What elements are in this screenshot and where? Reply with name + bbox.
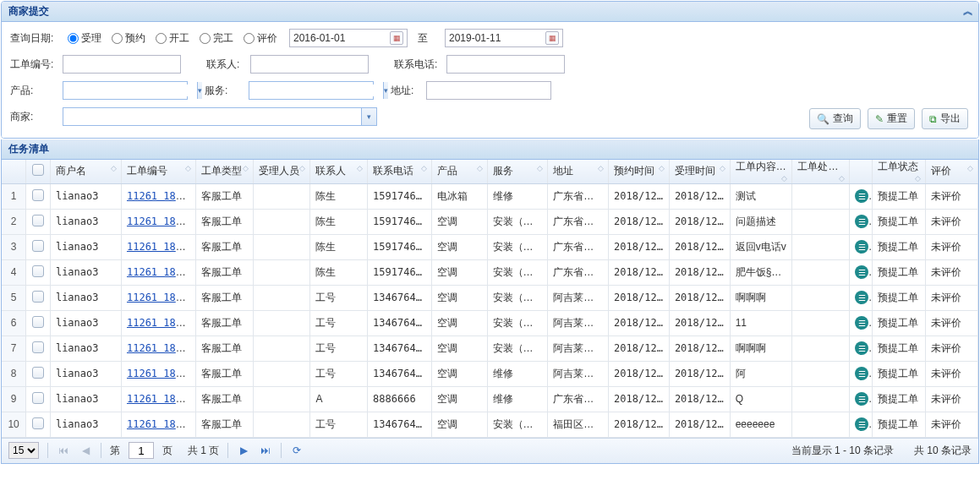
col-header[interactable]: 联系人◇ bbox=[310, 160, 368, 183]
select-all-checkbox[interactable] bbox=[32, 164, 44, 176]
first-page-icon[interactable]: ⏮ bbox=[57, 445, 70, 456]
sort-icon[interactable]: ◇ bbox=[537, 164, 540, 172]
order-link[interactable]: 11261 1812… bbox=[127, 215, 194, 227]
order-link[interactable]: 11261 1812… bbox=[127, 317, 194, 329]
col-header[interactable] bbox=[26, 160, 51, 183]
radio-预约[interactable]: 预约 bbox=[112, 31, 145, 46]
table-row[interactable]: 3lianao311261 1812…客服工单陈生1591746…空调安装（…广… bbox=[2, 234, 978, 259]
row-checkbox[interactable] bbox=[32, 392, 44, 404]
page-number-input[interactable] bbox=[129, 442, 154, 459]
sort-icon[interactable]: ◇ bbox=[299, 164, 303, 172]
view-icon[interactable]: ☰ bbox=[855, 367, 868, 380]
order-link[interactable]: 11261 1812… bbox=[127, 368, 194, 379]
last-page-icon[interactable]: ⏭ bbox=[259, 445, 272, 456]
phone-input[interactable] bbox=[446, 55, 565, 74]
view-icon[interactable]: ☰ bbox=[855, 341, 868, 355]
sort-icon[interactable]: ◇ bbox=[357, 164, 360, 172]
order-link[interactable]: 11261 1812… bbox=[127, 418, 194, 430]
table-row[interactable]: 6lianao311261 1812…客服工单工号1346764…空调安装（…阿… bbox=[2, 310, 978, 335]
radio-input[interactable] bbox=[200, 33, 211, 44]
merchant-combo-input[interactable] bbox=[63, 111, 361, 123]
radio-input[interactable] bbox=[68, 33, 79, 44]
calendar-icon[interactable]: ▦ bbox=[545, 31, 559, 45]
order-no-input[interactable] bbox=[63, 55, 181, 74]
view-icon[interactable]: ☰ bbox=[855, 215, 868, 228]
table-row[interactable]: 8lianao311261 1812…客服工单工号1346764…空调维修阿吉莱… bbox=[2, 361, 978, 386]
table-row[interactable]: 2lianao311261 1812…客服工单陈生1591746…空调安装（…广… bbox=[2, 209, 978, 234]
prev-page-icon[interactable]: ◀ bbox=[79, 445, 92, 456]
radio-input[interactable] bbox=[156, 33, 167, 44]
order-link[interactable]: 11261 1812… bbox=[127, 190, 194, 202]
product-combo[interactable]: ▾ bbox=[63, 81, 188, 100]
sort-icon[interactable]: ◇ bbox=[111, 164, 114, 172]
refresh-icon[interactable]: ⟳ bbox=[290, 445, 304, 456]
sort-icon[interactable]: ◇ bbox=[598, 164, 601, 172]
table-row[interactable]: 4lianao311261 1812…客服工单陈生1591746…空调安装（…广… bbox=[2, 259, 978, 285]
col-header[interactable]: 商户名◇ bbox=[50, 160, 121, 183]
sort-icon[interactable]: ◇ bbox=[421, 164, 424, 172]
row-checkbox[interactable] bbox=[32, 316, 44, 328]
sort-icon[interactable]: ◇ bbox=[720, 164, 723, 172]
calendar-icon[interactable]: ▦ bbox=[390, 31, 403, 45]
col-header[interactable]: 工单编号◇ bbox=[121, 160, 195, 183]
radio-完工[interactable]: 完工 bbox=[200, 31, 233, 46]
chevron-down-icon[interactable]: ▾ bbox=[361, 108, 376, 125]
sort-icon[interactable]: ◇ bbox=[915, 174, 918, 183]
sort-icon[interactable]: ◇ bbox=[967, 164, 971, 172]
col-header[interactable]: 联系电话◇ bbox=[368, 160, 432, 183]
radio-input[interactable] bbox=[244, 33, 255, 44]
table-row[interactable]: 5lianao311261 1812…客服工单工号1346764…空调安装（…阿… bbox=[2, 285, 978, 310]
radio-input[interactable] bbox=[112, 33, 123, 44]
collapse-icon[interactable]: ︽ bbox=[963, 4, 972, 19]
order-link[interactable]: 11261 1812… bbox=[127, 266, 194, 278]
service-combo[interactable]: ▾ bbox=[249, 81, 374, 100]
export-button[interactable]: ⧉ 导出 bbox=[922, 108, 968, 129]
order-link[interactable]: 11261 1812… bbox=[127, 393, 194, 405]
view-icon[interactable]: ☰ bbox=[855, 392, 868, 406]
col-header[interactable]: 服务◇ bbox=[487, 160, 548, 183]
order-link[interactable]: 11261 1812… bbox=[127, 292, 194, 303]
table-row[interactable]: 7lianao311261 1812…客服工单工号1346764…空调安装（…阿… bbox=[2, 335, 978, 361]
chevron-down-icon[interactable]: ▾ bbox=[383, 82, 388, 99]
radio-开工[interactable]: 开工 bbox=[156, 31, 189, 46]
sort-icon[interactable]: ◇ bbox=[185, 164, 189, 172]
col-header[interactable]: 评价◇ bbox=[926, 160, 978, 183]
col-header[interactable]: 工单类型◇ bbox=[196, 160, 254, 183]
view-icon[interactable]: ☰ bbox=[855, 265, 868, 279]
row-checkbox[interactable] bbox=[32, 367, 44, 379]
sort-icon[interactable]: ◇ bbox=[243, 164, 246, 172]
sort-icon[interactable]: ◇ bbox=[477, 164, 480, 172]
col-header[interactable]: 受理人员◇ bbox=[253, 160, 310, 183]
address-input[interactable] bbox=[426, 81, 551, 100]
view-icon[interactable]: ☰ bbox=[855, 316, 868, 330]
row-checkbox[interactable] bbox=[32, 265, 44, 277]
date-to-input[interactable]: 2019-01-11 ▦ bbox=[445, 29, 563, 47]
col-header[interactable]: 工单内容描述◇ bbox=[730, 160, 792, 183]
col-header[interactable]: 预约时间◇ bbox=[609, 160, 670, 183]
table-row[interactable]: 9lianao311261 1812…客服工单A8886666空调维修广东省…2… bbox=[2, 386, 978, 412]
table-row[interactable]: 10lianao311261 1812…客服工单工号1346764…空调安装（…… bbox=[2, 412, 978, 437]
radio-受理[interactable]: 受理 bbox=[68, 31, 101, 46]
row-checkbox[interactable] bbox=[32, 240, 44, 252]
contact-input[interactable] bbox=[250, 55, 369, 74]
row-checkbox[interactable] bbox=[32, 417, 44, 429]
search-button[interactable]: 🔍 查询 bbox=[809, 108, 861, 129]
col-header[interactable] bbox=[2, 160, 26, 183]
row-checkbox[interactable] bbox=[32, 215, 44, 226]
sort-icon[interactable]: ◇ bbox=[781, 174, 785, 183]
date-from-input[interactable]: 2016-01-01 ▦ bbox=[289, 29, 408, 47]
order-link[interactable]: 11261 1812… bbox=[127, 342, 194, 354]
col-header[interactable]: 工单状态◇ bbox=[872, 160, 926, 183]
view-icon[interactable]: ☰ bbox=[855, 417, 868, 431]
product-combo-input[interactable] bbox=[63, 85, 197, 96]
sort-icon[interactable]: ◇ bbox=[659, 164, 662, 172]
next-page-icon[interactable]: ▶ bbox=[237, 445, 250, 456]
col-header[interactable]: 地址◇ bbox=[548, 160, 609, 183]
page-size-select[interactable]: 15 bbox=[8, 442, 39, 459]
row-checkbox[interactable] bbox=[32, 189, 44, 201]
view-icon[interactable]: ☰ bbox=[855, 240, 868, 254]
table-row[interactable]: 1lianao311261 1812…客服工单陈生1591746…电冰箱维修广东… bbox=[2, 183, 978, 209]
chevron-down-icon[interactable]: ▾ bbox=[197, 82, 202, 99]
reset-button[interactable]: ✎ 重置 bbox=[868, 108, 915, 129]
col-header[interactable] bbox=[850, 160, 873, 183]
